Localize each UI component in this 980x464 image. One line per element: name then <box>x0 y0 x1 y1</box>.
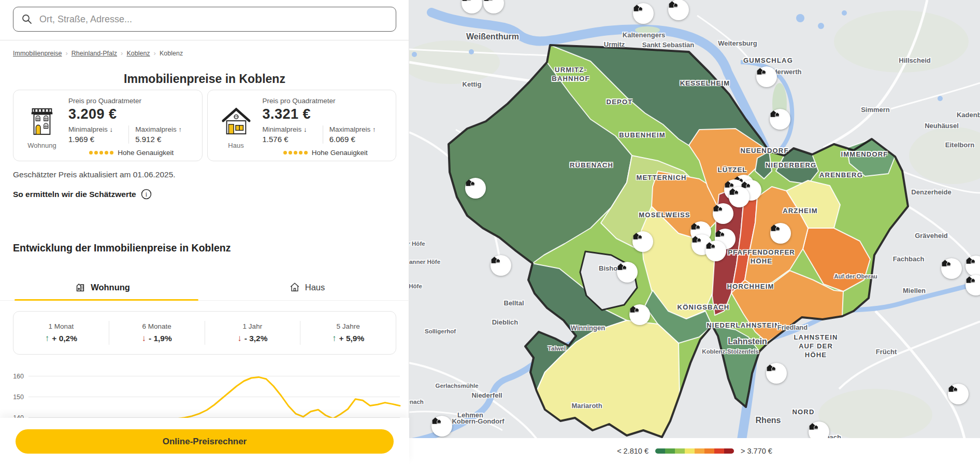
house-icon <box>289 282 300 293</box>
chevron-right-icon: › <box>121 49 123 57</box>
legend-color-segment <box>655 448 665 454</box>
property-marker[interactable] <box>617 262 638 283</box>
svg-text:i: i <box>146 191 148 198</box>
breadcrumb-link[interactable]: Koblenz <box>126 50 150 57</box>
rating-dot <box>99 151 103 154</box>
property-marker[interactable] <box>729 187 750 207</box>
search-icon <box>21 13 33 25</box>
rating-dot <box>110 151 113 154</box>
property-marker[interactable] <box>632 231 653 252</box>
rating-dot <box>94 151 98 154</box>
rating-dot <box>105 151 108 154</box>
tab-label: Haus <box>305 283 325 292</box>
max-price-label: Maximalpreis <box>329 125 371 133</box>
divider <box>128 125 129 144</box>
price-trend-chart: 160 150 140 <box>0 363 409 418</box>
legend-color-segment <box>714 448 724 454</box>
page-title: Immobilienpreise in Koblenz <box>0 72 409 86</box>
y-tick: 140 <box>13 414 24 418</box>
trend-heading: Entwicklung der Immobilienpreise in Kobl… <box>13 242 230 254</box>
rating-dot <box>304 151 308 154</box>
trend-arrow-icon: ↓ <box>141 333 146 344</box>
property-marker[interactable] <box>705 241 726 261</box>
accuracy-rating: Hohe Genauigkeit <box>263 149 389 157</box>
property-marker[interactable] <box>629 304 650 325</box>
price-card-haus: Haus Preis pro Quadratmeter 3.321 € Mini… <box>207 90 397 161</box>
trend-arrow-icon: ↓ <box>237 333 242 344</box>
rating-dot <box>89 151 93 154</box>
rating-dot <box>299 151 302 154</box>
property-marker[interactable] <box>713 203 733 224</box>
y-tick: 160 <box>13 373 24 380</box>
breadcrumb-link[interactable]: Immobilienpreise <box>13 50 62 57</box>
min-price-value: 1.576 € <box>263 135 322 144</box>
accuracy-label: Hohe Genauigkeit <box>118 149 174 157</box>
online-preisrechner-button[interactable]: Online-Preisrechner <box>16 429 394 454</box>
property-marker[interactable] <box>809 421 829 438</box>
max-price-label: Maximalpreis <box>135 125 177 133</box>
active-tab-underline <box>15 299 198 301</box>
price-map-panel: KESSELHEIMDEPOTBUBENHEIMRÜBENACHMETTERNI… <box>409 0 980 464</box>
property-marker[interactable] <box>633 3 654 24</box>
breadcrumb-current: Koblenz <box>160 50 183 57</box>
immobilienpreise-page: Immobilienpreise›Rheinland-Pfalz›Koblenz… <box>0 0 980 464</box>
map-canvas[interactable]: KESSELHEIMDEPOTBUBENHEIMRÜBENACHMETTERNI… <box>409 0 980 438</box>
details-panel: Immobilienpreise›Rheinland-Pfalz›Koblenz… <box>0 0 409 464</box>
tab-haus[interactable]: Haus <box>205 274 409 301</box>
price-legend: < 2.810 € > 3.770 € <box>409 438 980 464</box>
arrow-up-icon: ↑ <box>372 125 376 133</box>
price-value: 3.209 € <box>68 106 195 122</box>
stat-6-monate: 6 Monate↓- 1,9% <box>109 322 205 344</box>
arrow-up-icon: ↑ <box>179 125 182 133</box>
legend-color-segment <box>685 448 695 454</box>
apartment-icon <box>75 282 86 293</box>
arrow-down-icon: ↓ <box>110 125 113 133</box>
price-caption: Preis pro Quadratmeter <box>68 97 195 105</box>
min-price-value: 1.969 € <box>68 135 127 144</box>
property-marker[interactable] <box>770 109 790 130</box>
info-icon[interactable]: i <box>141 189 152 200</box>
legend-max-label: > 3.770 € <box>741 447 772 455</box>
breadcrumb-link[interactable]: Rheinland-Pfalz <box>71 50 117 57</box>
choropleth-map[interactable] <box>409 0 980 438</box>
property-marker[interactable] <box>941 258 962 279</box>
trend-tabs: Wohnung Haus <box>0 274 409 301</box>
price-value: 3.321 € <box>263 106 389 122</box>
accuracy-dots <box>89 151 113 154</box>
divider <box>0 40 409 40</box>
legend-color-segment <box>665 448 675 454</box>
accuracy-label: Hohe Genauigkeit <box>312 149 368 157</box>
price-card-wohnung: Wohnung Preis pro Quadratmeter 3.209 € M… <box>13 90 203 161</box>
tab-label: Wohnung <box>91 283 130 292</box>
trend-arrow-icon: ↑ <box>45 333 50 344</box>
property-marker[interactable] <box>756 66 777 87</box>
property-marker[interactable] <box>668 0 689 20</box>
property-marker[interactable] <box>948 384 969 404</box>
stat-5-jahre: 5 Jahre↑+ 5,9% <box>300 322 396 344</box>
arrow-down-icon: ↓ <box>304 125 307 133</box>
max-price-value: 5.912 € <box>135 135 194 144</box>
method-link-label: So ermitteln wir die Schätzwerte <box>13 190 136 199</box>
rating-dot <box>283 151 287 154</box>
tab-wohnung[interactable]: Wohnung <box>0 274 205 301</box>
legend-color-segment <box>724 448 734 454</box>
method-link[interactable]: So ermitteln wir die Schätzwerte i <box>13 189 152 200</box>
price-caption: Preis pro Quadratmeter <box>263 97 389 105</box>
min-price-label: Minimalpreis <box>68 125 108 133</box>
trend-stats: 1 Monat↑+ 0,2% 6 Monate↓- 1,9% 1 Jahr↓- … <box>13 311 396 355</box>
property-marker[interactable] <box>491 255 511 276</box>
search-input[interactable] <box>38 13 396 25</box>
max-price-value: 6.069 € <box>329 135 388 144</box>
legend-color-segment <box>704 448 714 454</box>
property-marker[interactable] <box>770 223 791 244</box>
rating-dot <box>294 151 297 154</box>
card-type-label: Wohnung <box>27 142 56 149</box>
chevron-right-icon: › <box>65 49 67 57</box>
property-marker[interactable] <box>465 178 486 199</box>
card-type-label: Haus <box>228 142 243 149</box>
property-marker[interactable] <box>431 416 452 437</box>
divider <box>323 125 323 144</box>
updated-note: Geschätzter Preis aktualisiert am 01.06.… <box>13 170 176 179</box>
trend-line <box>28 377 400 418</box>
property-marker[interactable] <box>766 363 787 384</box>
